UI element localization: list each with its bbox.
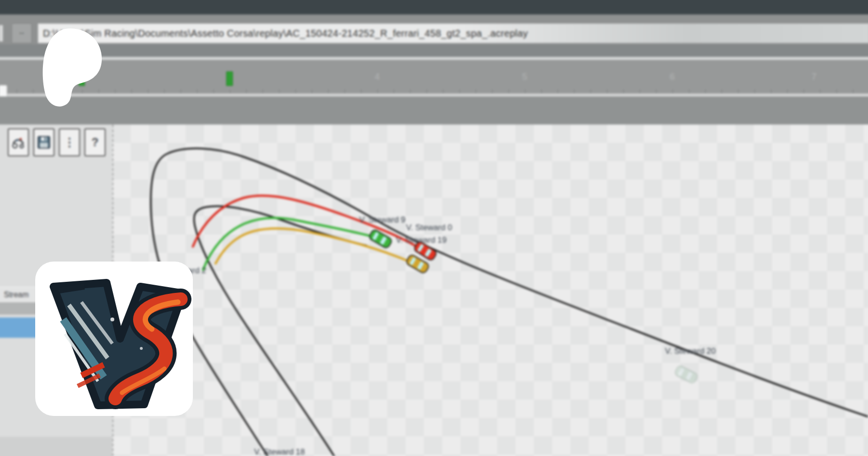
patreon-logo: [37, 27, 105, 110]
vs-logo: [35, 262, 193, 416]
watermark-overlays: [0, 0, 868, 456]
vs-logo-card: [35, 262, 193, 416]
